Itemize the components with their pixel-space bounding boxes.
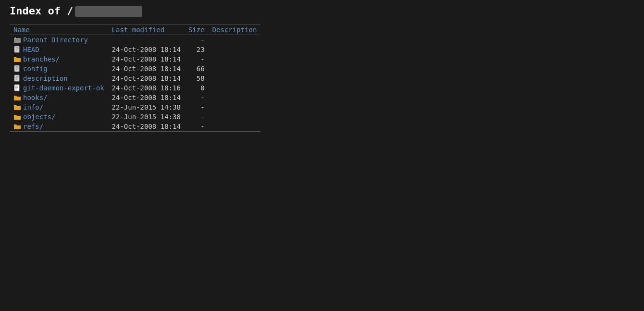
sort-size-link[interactable]: Size xyxy=(188,26,205,34)
file-modified-cell: 24-Oct-2008 18:16 xyxy=(108,83,185,93)
file-name-cell: git-daemon-export-ok xyxy=(10,83,108,93)
sort-modified-link[interactable]: Last modified xyxy=(112,26,165,34)
file-description-cell xyxy=(209,112,261,122)
file-description-cell xyxy=(209,64,261,74)
folder-icon xyxy=(13,55,21,63)
table-row: branches/24-Oct-2008 18:14- xyxy=(10,54,260,64)
col-header-name[interactable]: Name xyxy=(10,25,108,35)
file-size-cell: 23 xyxy=(185,45,209,54)
file-name-cell: objects/ xyxy=(10,112,108,122)
file-listing-table: Name Last modified Size Description Pare… xyxy=(10,25,260,142)
file-modified-cell: 24-Oct-2008 18:14 xyxy=(108,54,185,64)
file-name-cell: ?config xyxy=(10,64,108,74)
file-description-cell xyxy=(209,93,261,102)
table-footer xyxy=(10,132,260,143)
file-name-cell: ?description xyxy=(10,74,108,83)
file-description-cell xyxy=(209,54,261,64)
svg-rect-13 xyxy=(14,97,21,100)
file-modified-cell xyxy=(108,35,185,45)
folder-icon xyxy=(13,113,21,121)
file-link[interactable]: config xyxy=(23,65,48,73)
file-size-cell: - xyxy=(185,54,209,64)
text-file-icon xyxy=(13,84,21,92)
file-size-cell: 66 xyxy=(185,64,209,74)
svg-marker-1 xyxy=(14,37,16,39)
file-modified-cell: 22-Jun-2015 14:38 xyxy=(108,102,185,112)
col-header-modified[interactable]: Last modified xyxy=(108,25,185,35)
folder-icon xyxy=(13,123,21,130)
svg-text:?: ? xyxy=(16,66,18,71)
file-modified-cell: 24-Oct-2008 18:14 xyxy=(108,64,185,74)
file-link[interactable]: Parent Directory xyxy=(23,36,88,44)
folder-icon xyxy=(13,94,21,101)
file-description-cell xyxy=(209,74,261,83)
file-link[interactable]: git-daemon-export-ok xyxy=(23,84,104,92)
file-name-cell: refs/ xyxy=(10,122,108,132)
redacted-path xyxy=(75,6,142,17)
table-row: refs/24-Oct-2008 18:14- xyxy=(10,122,260,132)
table-row: ?description24-Oct-2008 18:1458 xyxy=(10,74,260,83)
parent-dir-icon xyxy=(13,36,21,44)
unknown-file-icon: ? xyxy=(13,46,21,53)
col-header-size[interactable]: Size xyxy=(185,25,209,35)
file-name-cell: info/ xyxy=(10,102,108,112)
file-size-cell: - xyxy=(185,122,209,132)
file-name-cell: branches/ xyxy=(10,54,108,64)
file-size-cell: - xyxy=(185,93,209,102)
table-row: ?config24-Oct-2008 18:1466 xyxy=(10,64,260,74)
file-link[interactable]: description xyxy=(23,75,68,82)
unknown-file-icon: ? xyxy=(13,65,21,73)
file-description-cell xyxy=(209,122,261,132)
file-link[interactable]: objects/ xyxy=(23,113,55,121)
svg-rect-15 xyxy=(14,116,21,119)
file-size-cell: - xyxy=(185,35,209,45)
page-title: Index of / xyxy=(10,5,634,17)
file-name-cell: ?HEAD xyxy=(10,45,108,54)
svg-rect-16 xyxy=(14,125,21,128)
unknown-file-icon: ? xyxy=(13,75,21,82)
file-link[interactable]: branches/ xyxy=(23,55,60,63)
file-description-cell xyxy=(209,45,261,54)
file-name-cell: Parent Directory xyxy=(10,35,108,45)
table-row: info/22-Jun-2015 14:38- xyxy=(10,102,260,112)
table-row: hooks/24-Oct-2008 18:14- xyxy=(10,93,260,102)
file-description-cell xyxy=(209,83,261,93)
svg-text:?: ? xyxy=(16,76,18,80)
file-link[interactable]: info/ xyxy=(23,103,43,111)
table-row: ?HEAD24-Oct-2008 18:1423 xyxy=(10,45,260,54)
svg-text:?: ? xyxy=(16,47,18,51)
file-description-cell xyxy=(209,102,261,112)
table-row: objects/22-Jun-2015 14:38- xyxy=(10,112,260,122)
table-row: Parent Directory- xyxy=(10,35,260,45)
svg-rect-4 xyxy=(14,58,21,61)
file-size-cell: - xyxy=(185,102,209,112)
file-link[interactable]: hooks/ xyxy=(23,94,48,101)
file-modified-cell: 24-Oct-2008 18:14 xyxy=(108,93,185,102)
file-modified-cell: 24-Oct-2008 18:14 xyxy=(108,74,185,83)
file-modified-cell: 22-Jun-2015 14:38 xyxy=(108,112,185,122)
file-link[interactable]: HEAD xyxy=(23,46,39,53)
file-name-cell: hooks/ xyxy=(10,93,108,102)
svg-rect-14 xyxy=(14,106,21,109)
file-size-cell: 0 xyxy=(185,83,209,93)
file-modified-cell: 24-Oct-2008 18:14 xyxy=(108,45,185,54)
table-row: git-daemon-export-ok24-Oct-2008 18:160 xyxy=(10,83,260,93)
file-size-cell: - xyxy=(185,112,209,122)
sort-name-link[interactable]: Name xyxy=(13,26,30,34)
sort-desc-link[interactable]: Description xyxy=(212,26,257,34)
file-description-cell xyxy=(209,35,261,45)
folder-icon xyxy=(13,103,21,111)
col-header-description[interactable]: Description xyxy=(209,25,261,35)
file-size-cell: 58 xyxy=(185,74,209,83)
file-link[interactable]: refs/ xyxy=(23,123,43,130)
file-modified-cell: 24-Oct-2008 18:14 xyxy=(108,122,185,132)
